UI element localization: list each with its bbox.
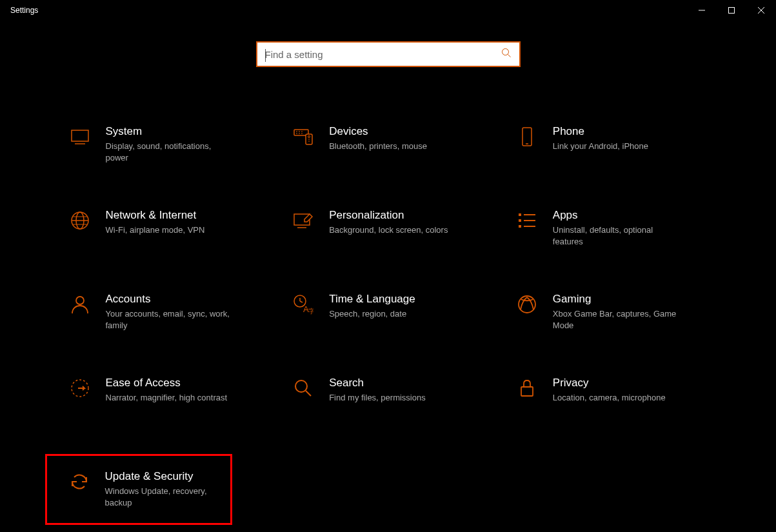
search-box[interactable]: [256, 41, 521, 67]
tile-text: Accounts Your accounts, email, sync, wor…: [106, 293, 235, 331]
time-language-icon: A字: [292, 294, 315, 315]
tile-subtitle: Link your Android, iPhone: [553, 141, 648, 152]
tile-time-language[interactable]: A字 Time & Language Speech, region, date: [283, 286, 495, 351]
tile-system[interactable]: System Display, sound, notifications, po…: [59, 119, 272, 183]
gaming-icon: [515, 294, 539, 315]
tile-text: Time & Language Speech, region, date: [329, 293, 415, 320]
tile-title: Devices: [329, 125, 427, 138]
tile-phone[interactable]: Phone Link your Android, iPhone: [506, 119, 719, 183]
update-icon: [68, 471, 91, 492]
tile-accounts[interactable]: Accounts Your accounts, email, sync, wor…: [59, 286, 272, 351]
tile-personalization[interactable]: Personalization Background, lock screen,…: [283, 202, 495, 267]
tile-text: Apps Uninstall, defaults, optional featu…: [553, 209, 682, 248]
tile-subtitle: Find my files, permissions: [329, 392, 426, 404]
tile-subtitle: Windows Update, recovery, backup: [105, 486, 221, 509]
accounts-icon: [68, 294, 92, 315]
tile-title: Network & Internet: [106, 209, 205, 222]
close-button[interactable]: [746, 0, 776, 21]
tile-subtitle: Your accounts, email, sync, work, family: [106, 308, 235, 331]
tile-subtitle: Background, lock screen, colors: [329, 224, 448, 236]
tile-network[interactable]: Network & Internet Wi-Fi, airplane mode,…: [59, 202, 272, 267]
tile-title: Search: [329, 377, 426, 389]
svg-point-42: [295, 380, 307, 392]
tile-title: Privacy: [553, 377, 666, 389]
search-icon: [501, 48, 512, 61]
tile-apps[interactable]: Apps Uninstall, defaults, optional featu…: [506, 202, 719, 267]
svg-point-34: [76, 297, 84, 304]
tile-subtitle: Speech, region, date: [329, 308, 415, 320]
svg-text:字: 字: [308, 308, 313, 315]
tile-title: Personalization: [329, 209, 448, 222]
tile-title: Ease of Access: [106, 377, 228, 389]
tile-subtitle: Wi-Fi, airplane mode, VPN: [106, 224, 205, 236]
window-controls: [687, 0, 776, 21]
svg-rect-30: [519, 225, 521, 228]
text-cursor: [265, 49, 266, 62]
personalization-icon: [292, 210, 315, 231]
tile-title: Time & Language: [329, 293, 415, 306]
system-icon: [68, 126, 92, 147]
phone-icon: [515, 126, 539, 147]
search-input[interactable]: [265, 49, 501, 60]
tile-ease-of-access[interactable]: Ease of Access Narrator, magnifier, high…: [59, 370, 272, 435]
tile-text: System Display, sound, notifications, po…: [106, 125, 235, 164]
svg-rect-19: [522, 128, 532, 146]
tile-update-security[interactable]: Update & Security Windows Update, recove…: [45, 454, 232, 525]
settings-grid: System Display, sound, notifications, po…: [46, 119, 730, 525]
tile-text: Phone Link your Android, iPhone: [553, 125, 648, 152]
tile-text: Devices Bluetooth, printers, mouse: [329, 125, 427, 152]
tile-subtitle: Xbox Game Bar, captures, Game Mode: [553, 308, 682, 331]
tile-title: System: [106, 125, 235, 138]
tile-subtitle: Uninstall, defaults, optional features: [553, 224, 682, 248]
tile-gaming[interactable]: Gaming Xbox Game Bar, captures, Game Mod…: [506, 286, 719, 351]
tile-text: Update & Security Windows Update, recove…: [105, 470, 221, 509]
svg-line-5: [508, 55, 510, 57]
tile-text: Network & Internet Wi-Fi, airplane mode,…: [106, 209, 205, 236]
tile-subtitle: Location, camera, microphone: [553, 392, 666, 404]
tile-text: Ease of Access Narrator, magnifier, high…: [106, 377, 228, 404]
tile-search[interactable]: Search Find my files, permissions: [283, 370, 495, 435]
svg-rect-44: [521, 387, 533, 396]
magnifier-icon: [292, 378, 315, 399]
svg-rect-1: [729, 8, 735, 14]
minimize-button[interactable]: [687, 0, 717, 21]
apps-icon: [515, 210, 539, 231]
tile-title: Update & Security: [105, 470, 221, 483]
titlebar: Settings: [0, 0, 776, 21]
svg-point-40: [519, 296, 535, 313]
tile-text: Personalization Background, lock screen,…: [329, 209, 448, 236]
tile-subtitle: Bluetooth, printers, mouse: [329, 141, 427, 152]
tile-devices[interactable]: Devices Bluetooth, printers, mouse: [283, 119, 495, 183]
svg-rect-29: [519, 219, 521, 222]
maximize-button[interactable]: [717, 0, 746, 21]
tile-title: Phone: [553, 125, 648, 138]
tile-text: Gaming Xbox Game Bar, captures, Game Mod…: [553, 293, 682, 331]
tile-title: Accounts: [106, 293, 235, 306]
tile-subtitle: Narrator, magnifier, high contrast: [106, 392, 228, 404]
lock-icon: [515, 378, 539, 399]
svg-rect-6: [72, 130, 88, 141]
devices-icon: [292, 126, 315, 147]
tile-title: Gaming: [553, 293, 682, 306]
tile-privacy[interactable]: Privacy Location, camera, microphone: [506, 370, 719, 435]
svg-line-37: [300, 301, 303, 302]
tile-subtitle: Display, sound, notifications, power: [106, 141, 235, 164]
svg-point-4: [502, 49, 508, 55]
globe-icon: [68, 210, 92, 231]
ease-of-access-icon: [68, 378, 92, 399]
window-title: Settings: [10, 6, 38, 15]
tile-text: Privacy Location, camera, microphone: [553, 377, 666, 404]
tile-text: Search Find my files, permissions: [329, 377, 426, 404]
svg-line-43: [306, 391, 311, 396]
tile-title: Apps: [553, 209, 682, 222]
search-wrap: [0, 41, 776, 67]
svg-rect-28: [519, 213, 521, 216]
